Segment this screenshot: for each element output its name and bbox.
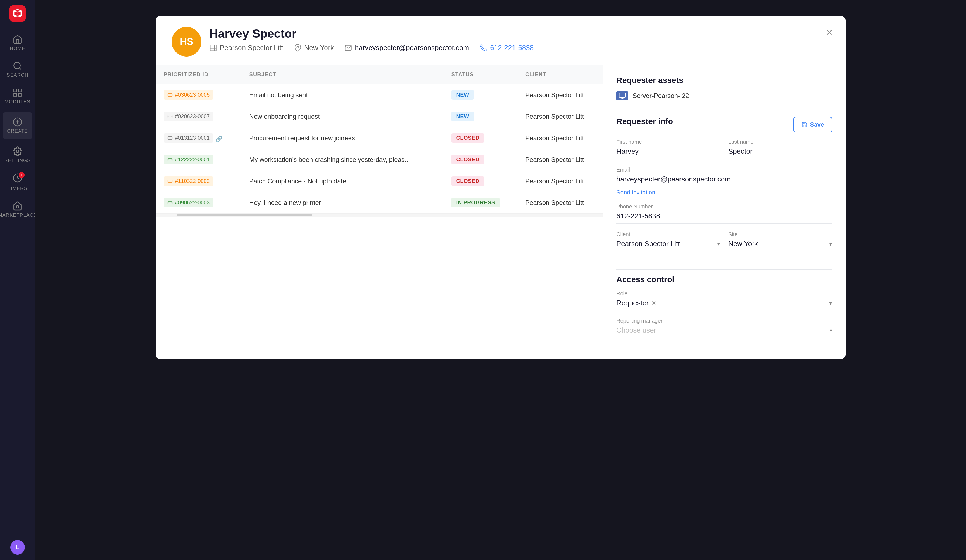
user-meta: Pearson Spector Litt New York xyxy=(209,44,830,52)
ticket-client-cell: Pearson Spector Litt xyxy=(517,84,603,106)
svg-point-0 xyxy=(14,62,20,69)
ticket-subject-cell[interactable]: My workstation's been crashing since yes… xyxy=(241,149,444,170)
svg-point-9 xyxy=(16,150,19,153)
first-name-group: First name Harvey xyxy=(616,139,720,159)
ticket-subject-cell[interactable]: Patch Compliance - Not upto date xyxy=(241,170,444,192)
ticket-client-cell: Pearson Spector Litt xyxy=(517,127,603,149)
client-label: Client xyxy=(616,231,720,237)
role-label: Role xyxy=(616,290,832,297)
ticket-status-cell: NEW xyxy=(443,106,517,127)
role-select[interactable]: Requester ✕ ▾ xyxy=(616,299,832,310)
status-badge: CLOSED xyxy=(451,133,484,143)
chevron-down-icon[interactable]: ▾ xyxy=(717,241,720,247)
sidebar-item-modules[interactable]: MODULES xyxy=(0,83,35,110)
sidebar-home-label: HOME xyxy=(10,46,25,51)
close-button[interactable]: × xyxy=(821,24,838,40)
save-button[interactable]: Save xyxy=(794,117,832,133)
choose-user-select[interactable]: Choose user ▾ xyxy=(616,326,832,337)
svg-rect-2 xyxy=(14,89,17,92)
sidebar-item-timers[interactable]: 1 TIMERS xyxy=(0,168,35,196)
ticket-subject-cell[interactable]: Hey, I need a new printer! xyxy=(241,192,444,213)
ticket-id-badge: #110322-0002 xyxy=(164,176,214,186)
phone-value: 612-221-5838 xyxy=(616,212,832,224)
sidebar-item-settings[interactable]: SETTINGS xyxy=(0,142,35,168)
ticket-id-cell: #020623-0007 xyxy=(156,106,241,127)
sidebar-item-search[interactable]: SEARCH xyxy=(0,56,35,83)
ticket-id-cell: #013123-0001🔗 xyxy=(156,127,241,149)
phone-icon xyxy=(480,44,487,52)
table-row: #020623-0007New onboarding requestNEWPea… xyxy=(156,106,603,127)
requester-info-section: Requester info Save xyxy=(616,117,832,259)
table-header-row: PRIORITIZED ID SUBJECT STATUS CLIENT xyxy=(156,65,603,84)
site-select[interactable]: New York ▾ xyxy=(728,240,832,251)
timers-badge: 1 xyxy=(19,172,25,178)
ticket-client-cell: Pearson Spector Litt xyxy=(517,192,603,213)
client-select-icons: ▾ xyxy=(717,241,720,247)
modal-body: PRIORITIZED ID SUBJECT STATUS CLIENT #03… xyxy=(156,65,846,359)
tickets-section[interactable]: PRIORITIZED ID SUBJECT STATUS CLIENT #03… xyxy=(156,65,603,359)
requester-info-title: Requester info xyxy=(616,117,673,126)
save-icon xyxy=(802,122,808,128)
sidebar-search-label: SEARCH xyxy=(7,72,28,78)
role-value: Requester xyxy=(616,299,649,307)
site-group: Site New York ▾ xyxy=(728,231,832,251)
user-name: Harvey Spector xyxy=(209,27,830,40)
svg-rect-5 xyxy=(18,93,21,97)
email-icon xyxy=(345,44,352,52)
user-location: New York xyxy=(294,44,334,52)
last-name-value: Spector xyxy=(728,147,832,159)
status-badge: IN PROGRESS xyxy=(451,198,500,207)
requester-assets-title: Requester assets xyxy=(616,76,832,85)
sidebar-item-marketplace[interactable]: MARKETPLACE xyxy=(0,196,35,223)
svg-rect-14 xyxy=(168,94,172,97)
user-detail-modal: × HS Harvey Spector Pearson S xyxy=(156,16,846,359)
horizontal-scrollbar[interactable] xyxy=(156,213,603,217)
role-tag: Requester ✕ xyxy=(616,299,656,307)
ticket-status-cell: CLOSED xyxy=(443,127,517,149)
last-name-group: Last name Spector xyxy=(728,139,832,159)
col-header-client: CLIENT xyxy=(517,65,603,84)
role-remove-icon[interactable]: ✕ xyxy=(651,300,656,307)
chevron-down-icon-site[interactable]: ▾ xyxy=(829,241,832,247)
main-content: × HS Harvey Spector Pearson S xyxy=(35,0,966,560)
avatar[interactable]: L xyxy=(10,540,25,555)
ticket-id-cell: #030623-0005 xyxy=(156,84,241,106)
table-row: #122222-0001My workstation's been crashi… xyxy=(156,149,603,170)
status-badge: CLOSED xyxy=(451,176,484,186)
sidebar-item-home[interactable]: HOME xyxy=(0,29,35,56)
role-chevron-down-icon[interactable]: ▾ xyxy=(829,300,832,307)
status-badge: NEW xyxy=(451,112,474,121)
user-company: Pearson Spector Litt xyxy=(209,44,283,52)
client-select[interactable]: Pearson Spector Litt ▾ xyxy=(616,240,720,251)
ticket-id-cell: #110322-0002 xyxy=(156,170,241,192)
status-badge: NEW xyxy=(451,90,474,100)
asset-name: Server-Pearson- 22 xyxy=(632,92,689,100)
ticket-id-badge: #013123-0001 xyxy=(164,133,214,143)
ticket-subject-cell[interactable]: Procurement request for new joinees xyxy=(241,127,444,149)
tickets-table: PRIORITIZED ID SUBJECT STATUS CLIENT #03… xyxy=(156,65,603,213)
right-panel[interactable]: Requester assets Server-Pearson- 22 xyxy=(603,65,846,359)
sidebar-modules-label: MODULES xyxy=(5,99,30,105)
client-value: Pearson Spector Litt xyxy=(616,240,680,248)
first-name-label: First name xyxy=(616,139,720,145)
svg-point-11 xyxy=(16,206,19,208)
ticket-icon xyxy=(168,157,173,162)
access-control-title: Access control xyxy=(616,275,832,284)
choose-user-chevron-icon[interactable]: ▾ xyxy=(830,327,832,333)
ticket-subject-cell[interactable]: Email not being sent xyxy=(241,84,444,106)
ticket-subject-cell[interactable]: New onboarding request xyxy=(241,106,444,127)
requester-assets-section: Requester assets Server-Pearson- 22 xyxy=(616,76,832,100)
scrollbar-thumb[interactable] xyxy=(177,214,312,216)
reporting-manager-group: Reporting manager Choose user ▾ xyxy=(616,318,832,337)
send-invitation-link[interactable]: Send invitation xyxy=(616,189,832,196)
sidebar-create-label: CREATE xyxy=(7,128,28,134)
svg-rect-4 xyxy=(14,93,17,97)
col-header-subject: SUBJECT xyxy=(241,65,444,84)
user-phone: 612-221-5838 xyxy=(480,44,534,52)
ticket-client-cell: Pearson Spector Litt xyxy=(517,170,603,192)
modal-overlay: × HS Harvey Spector Pearson S xyxy=(35,0,966,560)
ticket-id-badge: #030623-0005 xyxy=(164,90,214,100)
ticket-status-cell: IN PROGRESS xyxy=(443,192,517,213)
choose-user-placeholder: Choose user xyxy=(616,326,656,334)
sidebar-item-create[interactable]: CREATE xyxy=(3,112,32,139)
